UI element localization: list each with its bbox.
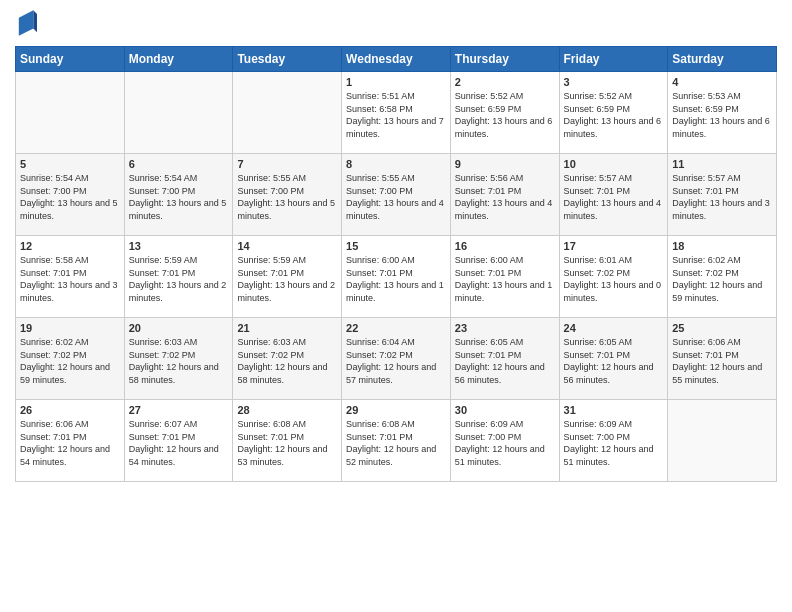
calendar-cell: 12Sunrise: 5:58 AMSunset: 7:01 PMDayligh… (16, 236, 125, 318)
day-number: 14 (237, 240, 337, 252)
calendar-cell: 15Sunrise: 6:00 AMSunset: 7:01 PMDayligh… (342, 236, 451, 318)
day-number: 20 (129, 322, 229, 334)
day-number: 21 (237, 322, 337, 334)
day-number: 19 (20, 322, 120, 334)
cell-info: Sunrise: 6:06 AMSunset: 7:01 PMDaylight:… (672, 337, 762, 385)
day-number: 5 (20, 158, 120, 170)
svg-marker-1 (33, 10, 37, 32)
cell-info: Sunrise: 6:00 AMSunset: 7:01 PMDaylight:… (346, 255, 444, 303)
day-header-thursday: Thursday (450, 47, 559, 72)
cell-info: Sunrise: 6:09 AMSunset: 7:00 PMDaylight:… (455, 419, 545, 467)
day-number: 24 (564, 322, 664, 334)
day-number: 23 (455, 322, 555, 334)
cell-info: Sunrise: 5:55 AMSunset: 7:00 PMDaylight:… (237, 173, 335, 221)
day-header-wednesday: Wednesday (342, 47, 451, 72)
cell-info: Sunrise: 5:57 AMSunset: 7:01 PMDaylight:… (564, 173, 662, 221)
calendar-cell: 23Sunrise: 6:05 AMSunset: 7:01 PMDayligh… (450, 318, 559, 400)
day-number: 3 (564, 76, 664, 88)
day-header-monday: Monday (124, 47, 233, 72)
cell-info: Sunrise: 6:02 AMSunset: 7:02 PMDaylight:… (672, 255, 762, 303)
cell-info: Sunrise: 5:55 AMSunset: 7:00 PMDaylight:… (346, 173, 444, 221)
calendar-cell: 19Sunrise: 6:02 AMSunset: 7:02 PMDayligh… (16, 318, 125, 400)
day-number: 8 (346, 158, 446, 170)
cell-info: Sunrise: 6:03 AMSunset: 7:02 PMDaylight:… (237, 337, 327, 385)
day-header-saturday: Saturday (668, 47, 777, 72)
calendar-cell: 14Sunrise: 5:59 AMSunset: 7:01 PMDayligh… (233, 236, 342, 318)
header (15, 10, 777, 38)
day-number: 17 (564, 240, 664, 252)
svg-marker-0 (19, 10, 34, 35)
calendar-cell: 20Sunrise: 6:03 AMSunset: 7:02 PMDayligh… (124, 318, 233, 400)
cell-info: Sunrise: 5:59 AMSunset: 7:01 PMDaylight:… (129, 255, 227, 303)
day-number: 18 (672, 240, 772, 252)
cell-info: Sunrise: 6:09 AMSunset: 7:00 PMDaylight:… (564, 419, 654, 467)
cell-info: Sunrise: 5:59 AMSunset: 7:01 PMDaylight:… (237, 255, 335, 303)
day-number: 27 (129, 404, 229, 416)
day-number: 30 (455, 404, 555, 416)
calendar-cell: 28Sunrise: 6:08 AMSunset: 7:01 PMDayligh… (233, 400, 342, 482)
calendar-cell: 6Sunrise: 5:54 AMSunset: 7:00 PMDaylight… (124, 154, 233, 236)
cell-info: Sunrise: 5:56 AMSunset: 7:01 PMDaylight:… (455, 173, 553, 221)
calendar-cell (16, 72, 125, 154)
cell-info: Sunrise: 6:03 AMSunset: 7:02 PMDaylight:… (129, 337, 219, 385)
calendar-cell (124, 72, 233, 154)
day-number: 22 (346, 322, 446, 334)
cell-info: Sunrise: 6:08 AMSunset: 7:01 PMDaylight:… (346, 419, 436, 467)
cell-info: Sunrise: 6:07 AMSunset: 7:01 PMDaylight:… (129, 419, 219, 467)
cell-info: Sunrise: 5:52 AMSunset: 6:59 PMDaylight:… (455, 91, 553, 139)
calendar-week-5: 26Sunrise: 6:06 AMSunset: 7:01 PMDayligh… (16, 400, 777, 482)
calendar-week-1: 1Sunrise: 5:51 AMSunset: 6:58 PMDaylight… (16, 72, 777, 154)
day-header-sunday: Sunday (16, 47, 125, 72)
day-number: 12 (20, 240, 120, 252)
day-header-friday: Friday (559, 47, 668, 72)
cell-info: Sunrise: 6:02 AMSunset: 7:02 PMDaylight:… (20, 337, 110, 385)
day-number: 26 (20, 404, 120, 416)
calendar-cell: 26Sunrise: 6:06 AMSunset: 7:01 PMDayligh… (16, 400, 125, 482)
day-number: 25 (672, 322, 772, 334)
calendar-cell: 16Sunrise: 6:00 AMSunset: 7:01 PMDayligh… (450, 236, 559, 318)
calendar-cell: 13Sunrise: 5:59 AMSunset: 7:01 PMDayligh… (124, 236, 233, 318)
day-number: 10 (564, 158, 664, 170)
day-number: 31 (564, 404, 664, 416)
calendar-cell: 8Sunrise: 5:55 AMSunset: 7:00 PMDaylight… (342, 154, 451, 236)
cell-info: Sunrise: 5:53 AMSunset: 6:59 PMDaylight:… (672, 91, 770, 139)
cell-info: Sunrise: 5:51 AMSunset: 6:58 PMDaylight:… (346, 91, 444, 139)
calendar-cell: 27Sunrise: 6:07 AMSunset: 7:01 PMDayligh… (124, 400, 233, 482)
calendar-cell: 2Sunrise: 5:52 AMSunset: 6:59 PMDaylight… (450, 72, 559, 154)
day-number: 7 (237, 158, 337, 170)
calendar-cell: 22Sunrise: 6:04 AMSunset: 7:02 PMDayligh… (342, 318, 451, 400)
cell-info: Sunrise: 5:58 AMSunset: 7:01 PMDaylight:… (20, 255, 118, 303)
day-number: 4 (672, 76, 772, 88)
calendar-cell (668, 400, 777, 482)
calendar-cell: 1Sunrise: 5:51 AMSunset: 6:58 PMDaylight… (342, 72, 451, 154)
page: SundayMondayTuesdayWednesdayThursdayFrid… (0, 0, 792, 612)
calendar-cell: 11Sunrise: 5:57 AMSunset: 7:01 PMDayligh… (668, 154, 777, 236)
cell-info: Sunrise: 6:05 AMSunset: 7:01 PMDaylight:… (564, 337, 654, 385)
cell-info: Sunrise: 6:05 AMSunset: 7:01 PMDaylight:… (455, 337, 545, 385)
calendar-table: SundayMondayTuesdayWednesdayThursdayFrid… (15, 46, 777, 482)
calendar-week-2: 5Sunrise: 5:54 AMSunset: 7:00 PMDaylight… (16, 154, 777, 236)
calendar-cell: 25Sunrise: 6:06 AMSunset: 7:01 PMDayligh… (668, 318, 777, 400)
day-number: 16 (455, 240, 555, 252)
cell-info: Sunrise: 6:01 AMSunset: 7:02 PMDaylight:… (564, 255, 662, 303)
calendar-header-row: SundayMondayTuesdayWednesdayThursdayFrid… (16, 47, 777, 72)
day-number: 15 (346, 240, 446, 252)
logo (15, 10, 37, 38)
day-number: 6 (129, 158, 229, 170)
calendar-cell: 29Sunrise: 6:08 AMSunset: 7:01 PMDayligh… (342, 400, 451, 482)
cell-info: Sunrise: 6:08 AMSunset: 7:01 PMDaylight:… (237, 419, 327, 467)
day-number: 2 (455, 76, 555, 88)
calendar-cell: 18Sunrise: 6:02 AMSunset: 7:02 PMDayligh… (668, 236, 777, 318)
calendar-cell: 5Sunrise: 5:54 AMSunset: 7:00 PMDaylight… (16, 154, 125, 236)
calendar-cell: 4Sunrise: 5:53 AMSunset: 6:59 PMDaylight… (668, 72, 777, 154)
calendar-cell: 24Sunrise: 6:05 AMSunset: 7:01 PMDayligh… (559, 318, 668, 400)
calendar-week-3: 12Sunrise: 5:58 AMSunset: 7:01 PMDayligh… (16, 236, 777, 318)
calendar-cell: 7Sunrise: 5:55 AMSunset: 7:00 PMDaylight… (233, 154, 342, 236)
calendar-cell: 21Sunrise: 6:03 AMSunset: 7:02 PMDayligh… (233, 318, 342, 400)
calendar-cell (233, 72, 342, 154)
calendar-cell: 30Sunrise: 6:09 AMSunset: 7:00 PMDayligh… (450, 400, 559, 482)
day-number: 13 (129, 240, 229, 252)
calendar-cell: 31Sunrise: 6:09 AMSunset: 7:00 PMDayligh… (559, 400, 668, 482)
day-number: 1 (346, 76, 446, 88)
cell-info: Sunrise: 5:54 AMSunset: 7:00 PMDaylight:… (20, 173, 118, 221)
